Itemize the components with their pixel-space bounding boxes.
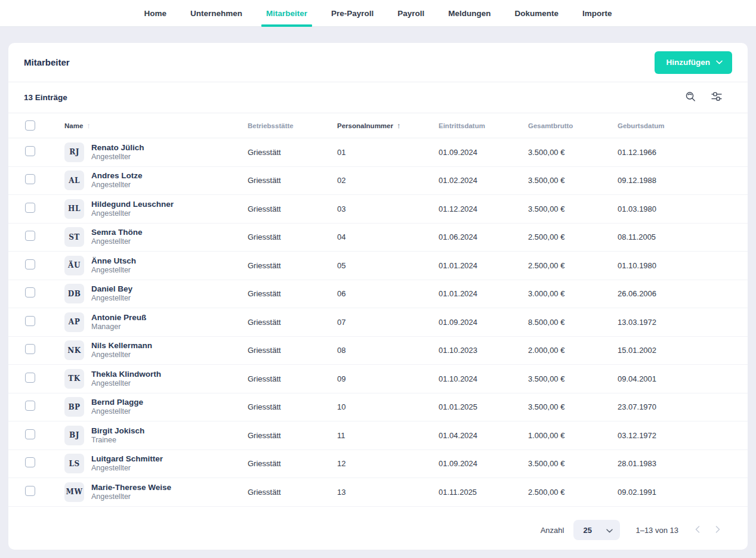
hinzufuegen-button[interactable]: Hinzufügen [655,51,733,74]
nav-tab-pre-payroll[interactable]: Pre-Payroll [326,0,378,26]
cell-betriebsstaette: Griesstätt [248,459,337,468]
employee-name[interactable]: Hildegund Leuschner [91,200,174,209]
table-row[interactable]: ÄU Änne Utsch Angestellter Griesstätt 05… [8,252,748,280]
nav-tab-home[interactable]: Home [139,0,171,26]
table-row[interactable]: ST Semra Thöne Angestellter Griesstätt 0… [8,224,748,252]
nav-tab-mitarbeiter[interactable]: Mitarbeiter [261,0,312,26]
row-checkbox[interactable] [25,174,35,184]
cell-betriebsstaette: Griesstätt [248,261,337,270]
prev-page-button[interactable] [694,525,701,536]
table-row[interactable]: AL Andres Lotze Angestellter Griesstätt … [8,167,748,196]
row-checkbox[interactable] [25,457,35,467]
cell-gesamtbrutto: 3.500,00 € [528,204,618,213]
cell-geburtsdatum: 23.07.1970 [618,402,748,411]
cell-gesamtbrutto: 2.000,00 € [528,346,618,355]
column-header-betriebsstaette[interactable]: Betriebsstätte [248,122,337,129]
row-checkbox[interactable] [25,146,35,156]
row-checkbox[interactable] [25,344,35,354]
employee-name[interactable]: Luitgard Schmitter [91,454,163,464]
cell-eintrittsdatum: 01.01.2025 [439,402,528,411]
table-row[interactable]: BP Bernd Plagge Angestellter Griesstätt … [8,393,748,422]
table-row[interactable]: MW Marie-Therese Weise Angestellter Grie… [8,478,748,507]
next-page-button[interactable] [714,525,721,536]
table-row[interactable]: RJ Renato Jülich Angestellter Griesstätt… [8,138,748,167]
page-size-select[interactable]: 25 [573,520,620,540]
nav-tab-payroll[interactable]: Payroll [393,0,429,26]
nav-tab-label: Dokumente [515,9,559,18]
nav-tab-label: Mitarbeiter [266,9,307,18]
employee-name[interactable]: Antonie Preuß [91,313,146,323]
nav-tab-label: Unternehmen [190,9,242,18]
cell-geburtsdatum: 03.12.1972 [618,431,748,440]
employees-table: Name ↑ Betriebsstätte Personalnummer ↑ E… [8,113,748,510]
employee-name[interactable]: Änne Utsch [91,256,136,266]
row-checkbox[interactable] [25,259,35,269]
nav-tab-dokumente[interactable]: Dokumente [510,0,564,26]
employee-name[interactable]: Daniel Bey [91,284,132,294]
table-toolbar: 13 Einträge [8,82,748,113]
row-checkbox[interactable] [25,231,35,241]
table-row[interactable]: NK Nils Kellermann Angestellter Griesstä… [8,337,748,365]
mitarbeiter-card: Mitarbeiter Hinzufügen 13 Einträge [8,43,748,550]
row-checkbox[interactable] [25,203,35,213]
employee-name[interactable]: Andres Lotze [91,171,143,181]
row-checkbox[interactable] [25,486,35,496]
row-checkbox[interactable] [25,316,35,326]
sort-asc-icon: ↑ [397,121,401,130]
chevron-right-icon [715,526,720,535]
table-row[interactable]: BJ Birgit Jokisch Trainee Griesstätt 11 … [8,421,748,450]
employee-name[interactable]: Birgit Jokisch [91,426,144,436]
cell-personalnummer: 01 [337,148,439,157]
employee-name[interactable]: Semra Thöne [91,228,143,237]
cell-eintrittsdatum: 01.12.2024 [439,204,528,213]
column-header-gesamtbrutto[interactable]: Gesamtbrutto [528,122,618,129]
table-row[interactable]: HL Hildegund Leuschner Angestellter Grie… [8,195,748,224]
cell-gesamtbrutto: 3.000,00 € [528,289,618,298]
select-all-checkbox[interactable] [25,120,35,131]
table-body: RJ Renato Jülich Angestellter Griesstätt… [8,138,748,507]
avatar: TK [64,369,84,389]
search-icon [684,91,696,104]
filter-columns-button[interactable] [709,90,724,105]
column-header-personalnummer[interactable]: Personalnummer ↑ [337,121,439,130]
column-header-eintrittsdatum[interactable]: Eintrittsdatum [439,122,528,129]
employee-name[interactable]: Thekla Klindworth [91,370,161,379]
employee-name[interactable]: Nils Kellermann [91,341,152,351]
cell-personalnummer: 04 [337,232,439,241]
search-button[interactable] [683,89,698,106]
avatar: MW [64,482,84,502]
row-checkbox[interactable] [25,287,35,297]
cell-betriebsstaette: Griesstätt [248,318,337,327]
nav-tab-unternehmen[interactable]: Unternehmen [186,0,247,26]
filter-sliders-icon [711,91,723,104]
nav-tab-label: Pre-Payroll [331,9,374,18]
cell-eintrittsdatum: 01.04.2024 [439,431,528,440]
column-header-name[interactable]: Name ↑ [64,121,248,130]
cell-personalnummer: 13 [337,488,439,497]
nav-tab-importe[interactable]: Importe [578,0,617,26]
avatar: DB [64,284,84,303]
employee-name[interactable]: Bernd Plagge [91,398,143,407]
table-row[interactable]: TK Thekla Klindworth Angestellter Griess… [8,365,748,393]
employee-name[interactable]: Marie-Therese Weise [91,483,171,492]
cell-personalnummer: 06 [337,289,439,298]
table-row[interactable]: AP Antonie Preuß Manager Griesstätt 07 0… [8,308,748,337]
cell-betriebsstaette: Griesstätt [248,176,337,185]
avatar: BP [64,397,84,417]
row-checkbox[interactable] [25,401,35,411]
entries-count: 13 Einträge [24,93,67,102]
page-size-value: 25 [583,526,591,535]
table-row[interactable]: DB Daniel Bey Angestellter Griesstätt 06… [8,280,748,309]
column-header-geburtsdatum[interactable]: Geburtsdatum [618,122,748,129]
pagination-bar: Anzahl 25 1–13 von 13 [8,510,748,550]
row-checkbox[interactable] [25,373,35,383]
cell-geburtsdatum: 08.11.2005 [618,232,748,241]
nav-tab-meldungen[interactable]: Meldungen [443,0,495,26]
employee-name[interactable]: Renato Jülich [91,143,144,153]
row-checkbox[interactable] [25,429,35,439]
table-row[interactable]: LS Luitgard Schmitter Angestellter Gries… [8,450,748,479]
chevron-down-icon [606,525,613,535]
nav-tab-label: Home [144,9,166,18]
cell-geburtsdatum: 01.03.1980 [618,204,748,213]
nav-tab-label: Meldungen [448,9,490,18]
